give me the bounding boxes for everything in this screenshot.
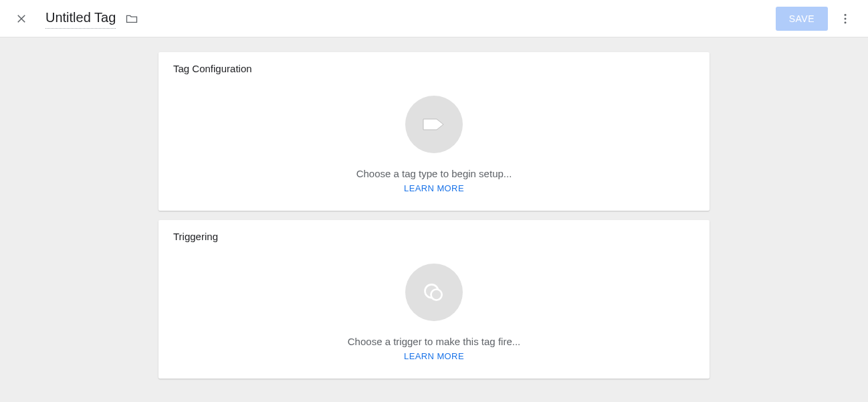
triggering-learn-more-link[interactable]: LEARN MORE (404, 351, 464, 361)
close-icon (15, 13, 27, 25)
svg-point-0 (845, 13, 847, 15)
content-area: Tag Configuration Choose a tag type to b… (0, 37, 868, 388)
svg-point-2 (845, 21, 847, 23)
tag-configuration-hint: Choose a tag type to begin setup... (356, 168, 512, 179)
trigger-icon-circle (405, 264, 463, 321)
folder-icon (125, 12, 138, 25)
tag-configuration-heading: Tag Configuration (158, 52, 710, 74)
trigger-icon (422, 280, 446, 304)
tag-configuration-learn-more-link[interactable]: LEARN MORE (404, 183, 464, 193)
tag-icon (422, 112, 446, 136)
triggering-body: Choose a trigger to make this tag fire..… (158, 242, 710, 379)
svg-point-4 (431, 290, 442, 300)
folder-button[interactable] (122, 9, 141, 28)
close-button[interactable] (11, 8, 32, 29)
tag-type-icon-circle (405, 96, 463, 153)
tag-configuration-body: Choose a tag type to begin setup... LEAR… (158, 74, 710, 211)
triggering-card[interactable]: Triggering Choose a trigger to make this… (158, 220, 710, 379)
more-menu-button[interactable] (833, 7, 857, 31)
topbar: Untitled Tag SAVE (0, 0, 868, 37)
more-vert-icon (839, 12, 852, 25)
triggering-heading: Triggering (158, 220, 710, 242)
triggering-hint: Choose a trigger to make this tag fire..… (348, 336, 520, 347)
topbar-right: SAVE (776, 7, 857, 31)
title-wrap: Untitled Tag (45, 9, 141, 29)
tag-configuration-card[interactable]: Tag Configuration Choose a tag type to b… (158, 52, 710, 211)
save-button[interactable]: SAVE (776, 7, 828, 31)
tag-title-input[interactable]: Untitled Tag (45, 9, 116, 29)
svg-point-1 (845, 17, 847, 19)
